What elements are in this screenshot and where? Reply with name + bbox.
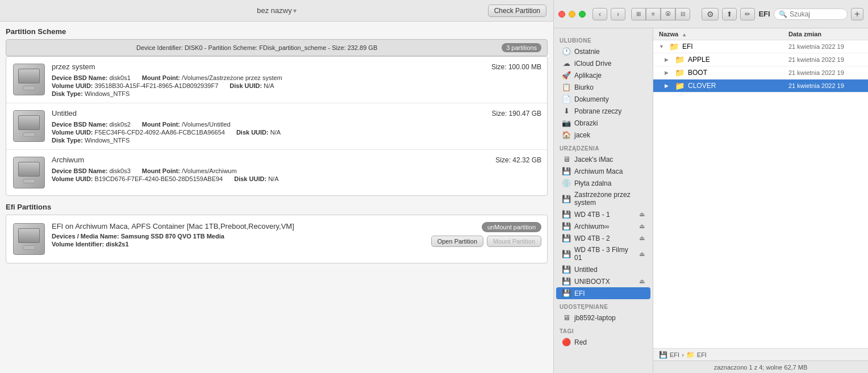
sidebar-item-efi[interactable]: 💾 EFI bbox=[556, 287, 650, 299]
sidebar-label: Biurko bbox=[574, 83, 594, 91]
sidebar-item-jaceks-imac[interactable]: 🖥 Jacek's iMac bbox=[556, 153, 650, 165]
finder-title: EFI bbox=[758, 10, 770, 18]
sidebar-item-wd4tb3[interactable]: 💾 WD 4TB - 3 Filmy 01 ⏏ bbox=[556, 244, 650, 263]
eject-icon[interactable]: ⏏ bbox=[639, 278, 645, 285]
sidebar-item-pobrane[interactable]: ⬇ Pobrane rzeczy bbox=[556, 105, 650, 117]
efi-drive-icon bbox=[12, 222, 46, 256]
list-item[interactable]: ▼ 📁 EFI 21 kwietnia 2022 19 bbox=[653, 40, 868, 53]
drive3-icon: 💾 bbox=[562, 210, 571, 219]
sidebar-item-biurko[interactable]: 📋 Biurko bbox=[556, 81, 650, 93]
eject-icon[interactable]: ⏏ bbox=[639, 250, 645, 258]
drive8-icon: 💾 bbox=[562, 277, 571, 286]
list-item[interactable]: ▶ 📁 CLOVER 21 kwietnia 2022 19 bbox=[653, 79, 868, 93]
icon-view-button[interactable]: ⊞ bbox=[631, 8, 646, 20]
sidebar-item-wd4tb1[interactable]: 💾 WD 4TB - 1 ⏏ bbox=[556, 208, 650, 220]
file-name: EFI bbox=[682, 43, 785, 51]
expand-arrow-icon[interactable]: ▶ bbox=[665, 57, 671, 62]
gallery-view-button[interactable]: ⊟ bbox=[675, 8, 690, 20]
unmount-partition-button[interactable]: unMount partition bbox=[482, 222, 541, 232]
sidebar-item-jacek[interactable]: 🏠 jacek bbox=[556, 129, 650, 141]
efi-volid-value: disk2s1 bbox=[106, 241, 128, 248]
finder-toolbar: ‹ › ⊞ ≡ ⦿ ⊟ ⚙ ⬆ ✏ EFI 🔍 + bbox=[554, 0, 868, 28]
detail-row-2a: Device BSD Name: disk0s2 Mount Point: /V… bbox=[52, 121, 541, 128]
breadcrumb-separator: › bbox=[682, 351, 684, 358]
duuid-value-3: N/A bbox=[268, 175, 278, 182]
duuid-label-2: Disk UUID: bbox=[236, 129, 269, 136]
col-date-header: Data zmian bbox=[788, 31, 862, 37]
detail-row-3b: Volume UUID: B19CD676-F7EF-4240-BE50-28D… bbox=[52, 175, 541, 182]
check-partition-button[interactable]: Check Partition bbox=[488, 5, 546, 17]
disc-icon: 💿 bbox=[562, 179, 571, 187]
sidebar-item-unibootx[interactable]: 💾 UNIBOOTX ⏏ bbox=[556, 275, 650, 287]
partition-scheme-section: Partition Scheme Device Identifier: DISK… bbox=[6, 27, 548, 196]
mount-label-2: Mount Point: bbox=[142, 121, 180, 128]
dropdown-arrow: ▾ bbox=[293, 7, 297, 15]
expand-arrow-icon[interactable]: ▼ bbox=[659, 44, 666, 49]
eject-icon[interactable]: ⏏ bbox=[639, 234, 645, 242]
partition-3-details: Archiwum Size: 42.32 GB Device BSD Name:… bbox=[52, 156, 541, 182]
sidebar-item-ostatnie[interactable]: 🕐 Ostatnie bbox=[556, 45, 650, 57]
sidebar-item-zastrzezone[interactable]: 💾 Zastrzeżone przez system bbox=[556, 189, 650, 208]
sidebar-item-dokumenty[interactable]: 📄 Dokumenty bbox=[556, 93, 650, 105]
search-box[interactable]: 🔍 bbox=[774, 9, 848, 20]
sidebar-item-jb8592[interactable]: 🖥 jb8592-laptop bbox=[556, 312, 650, 324]
gear-button[interactable]: ⚙ bbox=[702, 8, 719, 20]
sidebar-item-wd4tb2[interactable]: 💾 WD 4TB - 2 ⏏ bbox=[556, 232, 650, 244]
drive5-icon: 💾 bbox=[562, 234, 571, 242]
partition-scheme-label: Partition Scheme bbox=[6, 27, 548, 36]
minimize-button[interactable] bbox=[569, 11, 575, 18]
duuid-value-1: N/A bbox=[264, 82, 274, 89]
sidebar-label: Red bbox=[574, 338, 587, 346]
mount-label-1: Mount Point: bbox=[142, 74, 180, 81]
drive-icon bbox=[13, 223, 45, 255]
search-icon: 🔍 bbox=[779, 10, 787, 18]
list-view-button[interactable]: ≡ bbox=[646, 8, 661, 20]
sidebar-item-untitled[interactable]: 💾 Untitled bbox=[556, 263, 650, 275]
efi-devices-label: Devices / Media Name: bbox=[52, 233, 119, 240]
drive-icon bbox=[13, 64, 45, 95]
forward-button[interactable]: › bbox=[611, 8, 625, 20]
sidebar-item-archiwum-maca[interactable]: 💾 Archiwum Maca bbox=[556, 165, 650, 177]
expand-arrow-icon[interactable]: ▶ bbox=[665, 70, 671, 76]
partition-1-details: przez system Size: 100.00 MB Device BSD … bbox=[52, 62, 541, 97]
sidebar-item-icloud[interactable]: ☁ iCloud Drive bbox=[556, 57, 650, 69]
back-button[interactable]: ‹ bbox=[592, 8, 607, 20]
documents-icon: 📄 bbox=[562, 95, 571, 103]
sidebar-item-aplikacje[interactable]: 🚀 Aplikacje bbox=[556, 69, 650, 81]
dtype-value-1: Windows_NTFS bbox=[85, 90, 130, 97]
share-button[interactable]: ⬆ bbox=[722, 8, 737, 20]
bsd-value-1: disk0s1 bbox=[110, 74, 131, 81]
sidebar-item-obrazki[interactable]: 📷 Obrazki bbox=[556, 117, 650, 129]
recent-icon: 🕐 bbox=[562, 47, 571, 56]
maximize-button[interactable] bbox=[579, 11, 586, 18]
efi-list: EFI on Archiwum Maca, APFS Container [Ma… bbox=[6, 215, 548, 263]
view-buttons: ⊞ ≡ ⦿ ⊟ bbox=[631, 8, 690, 20]
device-banner-text: Device Identifier: DISK0 - Partition Sch… bbox=[12, 44, 502, 51]
eject-icon[interactable]: ⏏ bbox=[639, 223, 645, 230]
eject-icon[interactable]: ⏏ bbox=[639, 211, 645, 218]
expand-arrow-icon[interactable]: ▶ bbox=[665, 83, 671, 89]
mount-partition-button[interactable]: Mount Partition bbox=[487, 236, 541, 247]
file-date: 21 kwietnia 2022 19 bbox=[788, 82, 862, 89]
drive-icon: 💾 bbox=[562, 167, 571, 175]
sidebar-label: Płyta zdalna bbox=[574, 179, 611, 187]
sidebar-item-archiwum[interactable]: 💾 Archiwum∞ ⏏ bbox=[556, 220, 650, 232]
add-button[interactable]: + bbox=[851, 8, 863, 20]
edit-button[interactable]: ✏ bbox=[740, 8, 755, 20]
sidebar-item-plyta-zdalna[interactable]: 💿 Płyta zdalna bbox=[556, 177, 650, 189]
search-input[interactable] bbox=[790, 10, 841, 18]
sidebar-label: Obrazki bbox=[574, 119, 598, 127]
duuid-label-1: Disk UUID: bbox=[229, 82, 262, 89]
close-button[interactable] bbox=[558, 11, 565, 18]
sidebar-label: Untitled bbox=[574, 266, 598, 274]
detail-row-1a: Device BSD Name: disk0s1 Mount Point: /V… bbox=[52, 74, 541, 81]
bsd-value-2: disk0s2 bbox=[110, 121, 131, 128]
column-view-button[interactable]: ⦿ bbox=[661, 8, 675, 20]
list-item[interactable]: ▶ 📁 APPLE 21 kwietnia 2022 19 bbox=[653, 53, 868, 66]
open-partition-button[interactable]: Open Partition bbox=[431, 236, 483, 247]
list-item[interactable]: ▶ 📁 BOOT 21 kwietnia 2022 19 bbox=[653, 66, 868, 79]
drive-icon bbox=[13, 110, 45, 142]
sidebar-item-red-tag[interactable]: 🔴 Red bbox=[556, 336, 650, 348]
partition-2-top: Untitled Size: 190.47 GB bbox=[52, 109, 541, 118]
drive4-icon: 💾 bbox=[562, 222, 571, 230]
